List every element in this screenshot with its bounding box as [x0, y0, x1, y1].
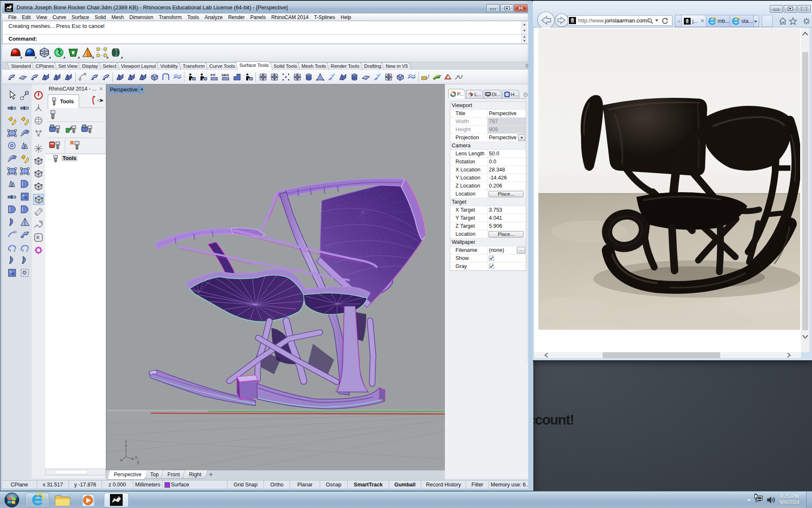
svg-text:R: R — [36, 235, 40, 240]
svg-text:2: 2 — [14, 248, 16, 252]
svg-text:?: ? — [506, 93, 508, 97]
svg-text:1: 1 — [9, 248, 11, 252]
svg-text:FIT: FIT — [211, 73, 216, 77]
svg-text:z: z — [125, 439, 127, 444]
svg-text:2: 2 — [26, 248, 28, 252]
svg-text:DEG: DEG — [222, 73, 229, 77]
svg-text:y: y — [137, 459, 140, 464]
svg-text:1: 1 — [22, 248, 24, 252]
